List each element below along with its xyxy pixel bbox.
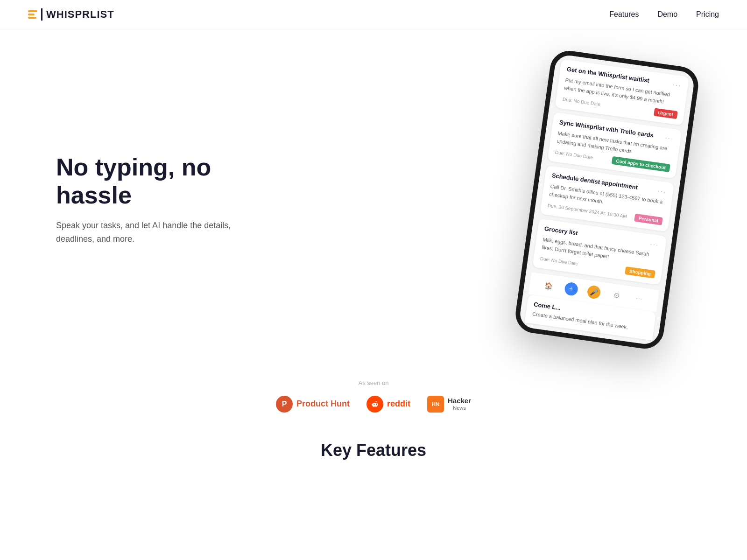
logo-bar-1: [28, 10, 37, 12]
phone-mockup: Get on the Whisprlist waitlist ··· Put m…: [513, 49, 701, 351]
more-icon[interactable]: ···: [632, 291, 647, 306]
hero-subtitle: Speak your tasks, and let AI handle the …: [56, 219, 252, 246]
logo[interactable]: WHISPRLIST: [28, 8, 114, 21]
home-icon[interactable]: 🏠: [542, 279, 557, 294]
task-tag-3: Personal: [634, 214, 663, 225]
social-logos: P Product Hunt reddit HN Hacker News: [9, 396, 738, 413]
reddit-link[interactable]: reddit: [366, 396, 410, 413]
task-dots-2: ···: [664, 133, 675, 143]
reddit-icon: [366, 396, 383, 413]
hero-title: No typing, no hassle: [56, 154, 252, 210]
key-features-section: Key Features: [0, 422, 747, 465]
nav-features[interactable]: Features: [609, 10, 639, 19]
nav-demo[interactable]: Demo: [657, 10, 677, 19]
task-tag-1: Urgent: [654, 108, 678, 119]
product-hunt-icon: P: [276, 396, 293, 413]
hackernews-link[interactable]: HN Hacker News: [427, 396, 471, 413]
task-due-1: Due: No Due Date: [562, 97, 600, 107]
phone-frame: Get on the Whisprlist waitlist ··· Put m…: [513, 49, 701, 351]
navbar: WHISPRLIST Features Demo Pricing: [0, 0, 747, 29]
nav-pricing[interactable]: Pricing: [696, 10, 719, 19]
key-features-title: Key Features: [9, 441, 738, 460]
logo-bar-2: [28, 14, 35, 15]
as-seen-label: As seen on: [9, 379, 738, 386]
hackernews-icon: HN: [427, 396, 444, 413]
product-hunt-link[interactable]: P Product Hunt: [276, 396, 350, 413]
product-hunt-name: Product Hunt: [296, 399, 350, 409]
nav-links: Features Demo Pricing: [609, 10, 719, 19]
add-icon[interactable]: ＋: [564, 281, 579, 296]
task-due-2: Due: No Due Date: [555, 150, 593, 160]
task-dots-4: ···: [649, 240, 660, 250]
logo-bar-3: [28, 17, 36, 19]
task-tag-4: Shopping: [625, 266, 655, 279]
hero-text: No typing, no hassle Speak your tasks, a…: [56, 154, 252, 245]
phone-screen: Get on the Whisprlist waitlist ··· Put m…: [518, 54, 695, 346]
task-dots-3: ···: [657, 187, 667, 196]
logo-text: WHISPRLIST: [41, 8, 114, 21]
task-due-4: Due: No Due Date: [540, 256, 578, 266]
as-seen-on-section: As seen on P Product Hunt reddit HN Hack…: [0, 361, 747, 422]
task-dots-1: ···: [672, 80, 682, 90]
hero-section: No typing, no hassle Speak your tasks, a…: [0, 29, 747, 361]
mic-icon[interactable]: 🎤: [586, 285, 601, 300]
logo-icon: [28, 10, 37, 19]
settings-icon[interactable]: ⚙: [609, 288, 624, 303]
hackernews-name: Hacker News: [448, 397, 471, 411]
reddit-name: reddit: [387, 399, 410, 409]
